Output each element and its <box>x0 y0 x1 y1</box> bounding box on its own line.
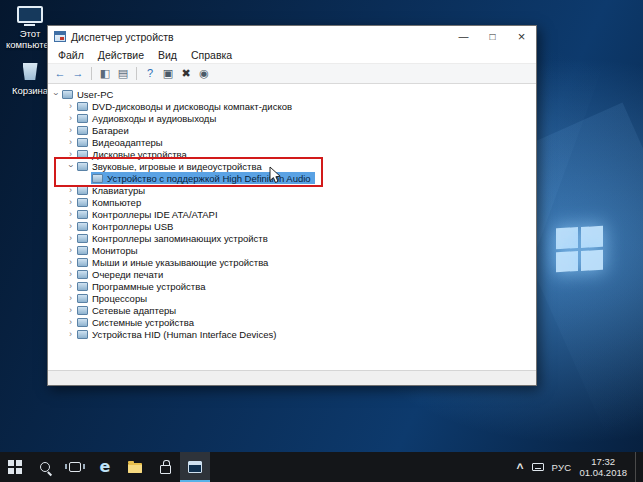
tree-item-label: Дисковые устройства <box>92 149 188 160</box>
battery-icon <box>77 126 88 135</box>
tree-item[interactable]: ›Сетевые адаптеры <box>48 304 536 316</box>
uninstall-device-icon[interactable]: ✖ <box>178 66 194 82</box>
tray-date: 01.04.2018 <box>579 467 627 478</box>
tree-item[interactable]: ›Дисковые устройства <box>48 148 536 160</box>
forward-icon[interactable]: → <box>70 66 86 82</box>
chevron-expanded-icon[interactable]: › <box>66 161 76 172</box>
tray-chevron-up-icon[interactable]: ^ <box>517 461 524 475</box>
chevron-collapsed-icon[interactable]: › <box>65 209 76 219</box>
chevron-collapsed-icon[interactable]: › <box>65 101 76 111</box>
scan-hardware-icon[interactable]: ◉ <box>196 66 212 82</box>
chevron-collapsed-icon[interactable]: › <box>65 305 76 315</box>
windows-logo-pane <box>556 251 578 273</box>
tree-root-user-pc[interactable]: ›User-PC <box>48 88 536 100</box>
menu-action[interactable]: Действие <box>91 49 151 61</box>
tree-item[interactable]: ›Видеоадаптеры <box>48 136 536 148</box>
tree-item[interactable]: ›Аудиовходы и аудиовыходы <box>48 112 536 124</box>
tree-item[interactable]: ›DVD-дисководы и дисководы компакт-диско… <box>48 100 536 112</box>
display-adapter-icon <box>77 138 88 147</box>
chevron-collapsed-icon[interactable]: › <box>65 257 76 267</box>
edge-browser-button[interactable] <box>90 452 120 482</box>
device-manager-icon <box>188 461 202 473</box>
taskbar-clock[interactable]: 17:32 01.04.2018 <box>579 456 627 478</box>
chevron-collapsed-icon[interactable]: › <box>65 221 76 231</box>
tree-item[interactable]: ›Контроллеры запоминающих устройств <box>48 232 536 244</box>
windows-logo-icon <box>8 460 22 474</box>
tree-item-content: Батареи <box>76 124 133 136</box>
tree-item-content: Системные устройства <box>76 316 198 328</box>
menu-view[interactable]: Вид <box>151 49 184 61</box>
language-indicator[interactable]: РУС <box>552 462 572 473</box>
window-titlebar[interactable]: Диспетчер устройств — □ × <box>48 26 536 47</box>
start-button[interactable] <box>0 452 30 482</box>
properties-icon[interactable]: ▤ <box>115 66 131 82</box>
audio-inputs-outputs-icon <box>77 114 88 123</box>
maximize-button[interactable]: □ <box>478 26 507 47</box>
menu-bar: ФайлДействиеВидСправка <box>48 47 536 64</box>
chevron-collapsed-icon[interactable]: › <box>65 197 76 207</box>
tree-item[interactable]: ›Мыши и иные указывающие устройства <box>48 256 536 268</box>
tree-item-content: Процессоры <box>76 292 151 304</box>
toolbar-separator <box>136 67 137 80</box>
windows-wallpaper-logo-icon <box>556 226 603 272</box>
tree-item[interactable]: ›Системные устройства <box>48 316 536 328</box>
menu-help[interactable]: Справка <box>184 49 239 61</box>
chevron-collapsed-icon[interactable]: › <box>65 233 76 243</box>
minimize-button[interactable]: — <box>449 26 478 47</box>
recycle-bin-icon <box>23 62 38 80</box>
hid-device-icon <box>77 330 88 339</box>
tree-item[interactable]: ›Программные устройства <box>48 280 536 292</box>
chevron-collapsed-icon[interactable]: › <box>65 281 76 291</box>
tree-item[interactable]: ›Батареи <box>48 124 536 136</box>
search-button[interactable] <box>30 452 60 482</box>
touch-keyboard-icon[interactable] <box>532 463 544 471</box>
chevron-collapsed-icon[interactable]: › <box>65 137 76 147</box>
tree-item-label: Системные устройства <box>92 317 195 328</box>
tree-item-content: Аудиовходы и аудиовыходы <box>76 112 220 124</box>
tree-item-content: Контроллеры запоминающих устройств <box>76 232 272 244</box>
update-driver-icon[interactable]: ▣ <box>160 66 176 82</box>
tree-item-label: Программные устройства <box>92 281 206 292</box>
chevron-collapsed-icon[interactable]: › <box>65 149 76 159</box>
tree-item-label: Контроллеры запоминающих устройств <box>92 233 269 244</box>
system-tray: ^ РУС 17:32 01.04.2018 <box>517 452 643 482</box>
help-icon[interactable]: ? <box>142 66 158 82</box>
tree-item[interactable]: ›Устройства HID (Human Interface Devices… <box>48 328 536 340</box>
chevron-collapsed-icon[interactable]: › <box>65 125 76 135</box>
tree-item[interactable]: ›Клавиатуры <box>48 184 536 196</box>
close-button[interactable]: × <box>507 26 536 47</box>
show-console-tree-icon[interactable]: ◧ <box>97 66 113 82</box>
tree-item-child[interactable]: Устройство с поддержкой High Definition … <box>48 172 536 184</box>
chevron-collapsed-icon[interactable]: › <box>65 329 76 339</box>
chevron-collapsed-icon[interactable]: › <box>65 269 76 279</box>
store-button[interactable] <box>150 452 180 482</box>
file-explorer-button[interactable] <box>120 452 150 482</box>
device-manager-app-icon <box>54 31 66 42</box>
chevron-collapsed-icon[interactable]: › <box>65 185 76 195</box>
tree-item[interactable]: ›Компьютер <box>48 196 536 208</box>
task-view-button[interactable] <box>60 452 90 482</box>
show-desktop-button[interactable] <box>635 452 639 482</box>
tree-item[interactable]: ›Мониторы <box>48 244 536 256</box>
tree-item-content: Очереди печати <box>76 268 167 280</box>
menu-file[interactable]: Файл <box>51 49 91 61</box>
monitor-icon <box>77 246 88 255</box>
tree-item[interactable]: ›Процессоры <box>48 292 536 304</box>
chevron-collapsed-icon[interactable]: › <box>65 293 76 303</box>
tree-item[interactable]: ›Контроллеры IDE ATA/ATAPI <box>48 208 536 220</box>
tree-item-label: Аудиовходы и аудиовыходы <box>92 113 217 124</box>
tree-item-content: DVD-дисководы и дисководы компакт-дисков <box>76 100 296 112</box>
print-queue-icon <box>77 270 88 279</box>
tree-item[interactable]: ›Очереди печати <box>48 268 536 280</box>
chevron-collapsed-icon[interactable]: › <box>65 245 76 255</box>
tree-item-content: Устройства HID (Human Interface Devices) <box>76 328 280 340</box>
tree-item[interactable]: ›Контроллеры USB <box>48 220 536 232</box>
chevron-collapsed-icon[interactable]: › <box>65 317 76 327</box>
device-manager-taskbar-button[interactable] <box>180 452 210 482</box>
chevron-expanded-icon[interactable]: › <box>51 89 61 100</box>
chevron-collapsed-icon[interactable]: › <box>65 113 76 123</box>
tree-item[interactable]: ›Звуковые, игровые и видеоустройства <box>48 160 536 172</box>
back-icon[interactable]: ← <box>52 66 68 82</box>
windows-logo-pane <box>581 226 603 248</box>
tree-item-content: Устройство с поддержкой High Definition … <box>91 172 315 184</box>
